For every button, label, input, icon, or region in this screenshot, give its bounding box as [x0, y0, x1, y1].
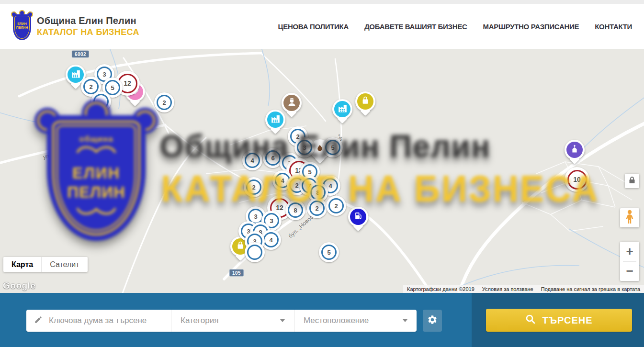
map-type-switcher: Карта Сателит [3, 257, 88, 272]
map-cluster-marker[interactable]: 10 [565, 167, 589, 192]
factory-icon [338, 103, 348, 115]
map-attribution: Картографски данни ©2019Условия за ползв… [403, 285, 644, 293]
cluster-count: 5 [321, 245, 337, 260]
main-nav: ЦЕНОВА ПОЛИТИКАДОБАВЕТЕ ВАШИЯТ БИЗНЕСМАР… [278, 22, 644, 31]
map-cluster-marker[interactable]: 2 [154, 92, 174, 112]
pencil-icon [34, 315, 43, 326]
pegman-button[interactable] [620, 208, 639, 227]
search-button[interactable]: ТЪРСЕНЕ [486, 309, 632, 332]
cluster-count: 5 [325, 140, 340, 155]
zoom-in-button[interactable]: + [620, 242, 639, 261]
cluster-count: 10 [567, 170, 587, 190]
map-cluster-marker[interactable] [245, 242, 265, 262]
cluster-count: 8 [288, 202, 303, 218]
cluster-count: 2 [328, 198, 344, 213]
nav-item[interactable]: ДОБАВЕТЕ ВАШИЯТ БИЗНЕС [364, 22, 467, 31]
map-pin-factory[interactable] [332, 99, 352, 119]
keyword-input[interactable] [49, 316, 163, 325]
site-header: ЕЛИНПЕЛИН Община Елин Пелин КАТАЛОГ НА Б… [0, 4, 644, 49]
lock-button[interactable] [625, 174, 639, 188]
site-subtitle: КАТАЛОГ НА БИЗНЕСА [37, 27, 139, 37]
keyword-field[interactable] [26, 310, 171, 332]
map-pin-church[interactable] [565, 140, 585, 160]
category-select-label: Категория [181, 316, 218, 325]
map-pin-factory[interactable] [265, 110, 285, 130]
cluster-count: 5 [105, 80, 120, 95]
brand-text: Община Елин Пелин КАТАЛОГ НА БИЗНЕСА [37, 15, 139, 37]
bag-icon [236, 241, 245, 252]
map-cluster-marker[interactable]: 4 [242, 150, 262, 170]
map-cluster-marker[interactable]: 2 [244, 177, 264, 197]
map-type-map-button[interactable]: Карта [3, 257, 42, 272]
search-icon [525, 314, 536, 327]
page: ЕЛИНПЕЛИН Община Елин Пелин КАТАЛОГ НА Б… [0, 0, 644, 347]
fuel-icon [353, 211, 363, 223]
advanced-settings-button[interactable] [423, 310, 442, 332]
attribution-link[interactable]: Подаване на сигнал за грешка в картата [541, 286, 640, 292]
top-strip [0, 0, 644, 4]
nav-item[interactable]: МАРШРУТНО РАЗПИСАНИЕ [483, 22, 579, 31]
nav-item[interactable]: КОНТАКТИ [595, 22, 632, 31]
road-number-badge: 105 [229, 269, 244, 277]
search-panel: Категория Местоположение ТЪРСЕНЕ [0, 293, 644, 347]
cluster-count: 3 [297, 140, 312, 155]
bag-icon [361, 96, 370, 107]
municipality-crest-icon: ЕЛИНПЕЛИН [11, 11, 33, 41]
cluster-count: 6 [265, 150, 281, 166]
attribution-link[interactable]: Условия за ползване [482, 286, 533, 292]
location-select-label: Местоположение [304, 316, 369, 325]
zoom-control: + − [620, 242, 639, 281]
site-title: Община Елин Пелин [37, 15, 139, 26]
cluster-count: 4 [245, 153, 260, 168]
chevron-down-icon [403, 319, 407, 322]
attribution-text: Картографски данни ©2019 [407, 286, 475, 292]
cluster-count: 2 [246, 179, 261, 195]
map-cluster-marker[interactable]: 5 [323, 137, 343, 157]
factory-icon [71, 69, 81, 81]
category-select[interactable]: Категория [171, 310, 294, 332]
worker-icon [287, 97, 297, 109]
gear-icon [427, 314, 438, 327]
pegman-icon [624, 210, 635, 226]
google-logo: Google [3, 280, 35, 291]
cluster-count: 2 [157, 95, 172, 110]
search-button-label: ТЪРСЕНЕ [542, 315, 592, 326]
cluster-count: 2 [309, 201, 325, 216]
map-type-satellite-button[interactable]: Сателит [42, 257, 87, 272]
site-logo[interactable]: ЕЛИНПЕЛИН Община Елин Пелин КАТАЛОГ НА Б… [11, 11, 139, 41]
map-canvas[interactable]: 6002105 ул. Преславбул. „Новоселции“ 123… [0, 49, 644, 293]
chevron-down-icon [280, 319, 285, 322]
map-pin-bag[interactable] [355, 91, 375, 112]
cluster-count: 4 [263, 232, 279, 247]
factory-icon [271, 114, 281, 126]
map-pin-fuel[interactable] [348, 207, 368, 227]
cluster-count [93, 94, 109, 109]
map-cluster-marker[interactable]: 2 [307, 198, 327, 218]
map-cluster-marker[interactable] [91, 91, 111, 112]
map-cluster-marker[interactable]: 5 [319, 242, 339, 262]
zoom-out-button[interactable]: − [620, 262, 639, 281]
map-cluster-marker[interactable]: 3 [294, 137, 315, 157]
nav-item[interactable]: ЦЕНОВА ПОЛИТИКА [278, 22, 349, 31]
filter-bar: Категория Местоположение [26, 310, 417, 332]
road-number-badge: 6002 [72, 51, 89, 58]
location-select[interactable]: Местоположение [294, 310, 417, 332]
map-cluster-marker[interactable]: 2 [326, 196, 346, 216]
lock-icon [629, 176, 635, 186]
cluster-count [247, 245, 262, 260]
church-icon [570, 144, 579, 156]
map-cluster-marker[interactable]: 8 [285, 200, 305, 220]
